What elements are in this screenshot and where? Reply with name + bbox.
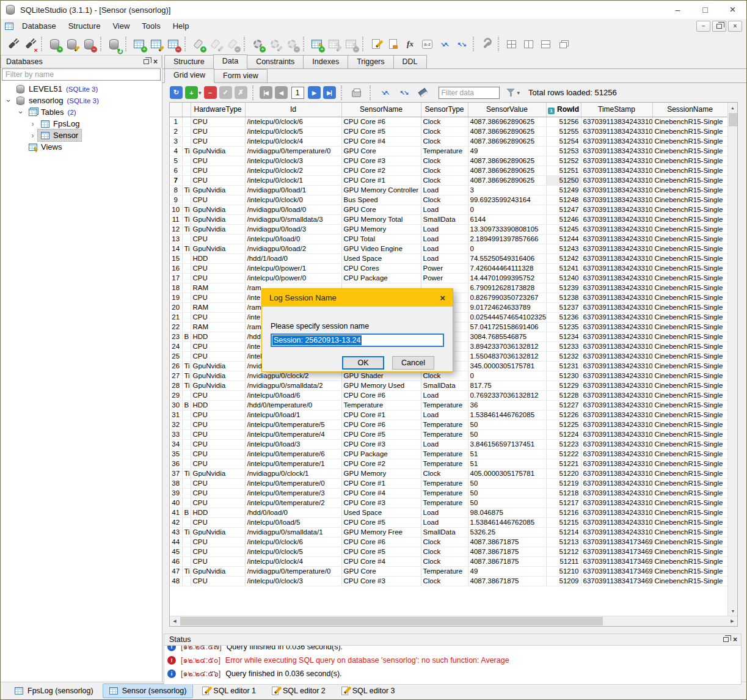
collations-editor-button[interactable]: a-z [419, 36, 435, 53]
row-number[interactable]: 16 [170, 263, 182, 273]
cell[interactable]: CPU Core #1 [341, 410, 421, 420]
cell[interactable]: CinebenchR15-Single [652, 576, 727, 586]
cell[interactable]: 637039113834243310 [581, 341, 652, 351]
cell[interactable]: Temperature [421, 146, 468, 156]
cell[interactable]: 3 [468, 185, 546, 195]
cell[interactable]: /intelcpu/0/temperature/5 [245, 420, 341, 429]
tab-structure[interactable]: Structure [164, 55, 214, 68]
insert-row-menu-button[interactable]: ▾ [199, 90, 202, 96]
cell[interactable]: Ti [182, 205, 191, 214]
cell[interactable]: 637039113834243310 [581, 478, 652, 488]
cell[interactable]: RAM [191, 322, 245, 332]
new-trigger-button[interactable]: + [249, 36, 266, 53]
cell[interactable]: CPU [191, 429, 245, 439]
cell[interactable]: GPU Memory Controller [341, 185, 421, 195]
cell[interactable]: 637039113834243310 [581, 381, 652, 390]
cell[interactable]: GpuNvidia [191, 381, 245, 390]
cell[interactable] [182, 547, 191, 556]
cell[interactable] [182, 410, 191, 420]
edit-table-button[interactable] [148, 36, 164, 53]
cell[interactable]: 4087.386962890625 [468, 126, 546, 136]
fit-columns-button[interactable] [377, 84, 393, 101]
cell[interactable]: Clock [421, 117, 468, 126]
cell[interactable]: 3.8942337036132812 [468, 341, 546, 351]
cell[interactable]: /intelcpu/0/clock/2 [245, 166, 341, 175]
cell[interactable]: GpuNvidia [191, 244, 245, 253]
cell[interactable]: 51 [468, 459, 546, 468]
cell[interactable]: GpuNvidia [191, 361, 245, 371]
cell[interactable]: 637039113834173469 [581, 556, 652, 566]
cell[interactable]: CPU [191, 263, 245, 273]
cell[interactable]: CinebenchR15-Single [652, 253, 727, 263]
cell[interactable]: 51224 [546, 429, 581, 439]
cell[interactable]: 99.6923599243164 [468, 195, 546, 205]
cell[interactable]: GpuNvidia [191, 205, 245, 214]
cell[interactable]: CinebenchR15-Single [652, 332, 727, 341]
cell[interactable]: 3.846156597137451 [468, 439, 546, 449]
cell[interactable]: /intelcpu/0/temperature/2 [245, 498, 341, 508]
row-number[interactable]: 31 [170, 410, 182, 420]
cell[interactable] [182, 322, 191, 332]
row-number[interactable]: 18 [170, 283, 182, 293]
new-index-button[interactable]: + [190, 36, 206, 53]
cell[interactable]: /nvidiagpu/0/smalldata/3 [245, 214, 341, 224]
tab-grid-view[interactable]: Grid view [164, 68, 214, 83]
cell[interactable]: /hdd/1/load/0 [245, 253, 341, 263]
cell[interactable]: Clock [421, 195, 468, 205]
cell[interactable]: HDD [191, 332, 245, 341]
cell[interactable]: 51 [468, 449, 546, 459]
cell[interactable]: Clock [421, 371, 468, 381]
cell[interactable]: Temperature [421, 488, 468, 498]
cell[interactable]: 51247 [546, 205, 581, 214]
collapse-windows-button[interactable] [436, 36, 453, 53]
cell[interactable]: 51233 [546, 341, 581, 351]
taskbar-tab-fpslog-sensorlog-[interactable]: FpsLog (sensorlog) [8, 684, 100, 698]
column-header-sessionname[interactable]: SessionName [652, 103, 727, 117]
cell[interactable]: CinebenchR15-Single [652, 156, 727, 166]
cell[interactable]: 51221 [546, 459, 581, 468]
cell[interactable]: Temperature [421, 459, 468, 468]
taskbar-tab-sensor-sensorlog-[interactable]: Sensor (sensorlog) [103, 684, 194, 698]
cell[interactable]: 4087.38671875 [468, 537, 546, 547]
cell[interactable]: 637039113834243310 [581, 429, 652, 439]
cell[interactable]: /intelcpu/0/load/3 [245, 439, 341, 449]
cell[interactable]: CPU Core #2 [341, 166, 421, 175]
cell[interactable]: 4087.386962890625 [468, 117, 546, 126]
cell[interactable]: 50 [468, 488, 546, 498]
cell[interactable] [182, 234, 191, 244]
cell[interactable]: CPU Cores [341, 263, 421, 273]
cell[interactable]: 0 [468, 371, 546, 381]
cell[interactable]: /intelcpu/0/load/5 [245, 517, 341, 527]
row-number[interactable]: 2 [170, 126, 182, 136]
row-number[interactable]: 35 [170, 449, 182, 459]
cell[interactable]: 51213 [546, 537, 581, 547]
cell[interactable]: CPU [191, 234, 245, 244]
cell[interactable]: CinebenchR15-Single [652, 185, 727, 195]
column-header-rowid[interactable]: 1RowId [546, 103, 581, 117]
tree-item-level51[interactable]: LEVEL51(SQLite 3) [1, 83, 162, 95]
cell[interactable] [182, 293, 191, 302]
cell[interactable]: 50 [468, 478, 546, 488]
cell[interactable]: 637039113834243310 [581, 195, 652, 205]
cell[interactable]: 4087.38671875 [468, 576, 546, 586]
cell[interactable]: CinebenchR15-Single [652, 468, 727, 478]
refresh-schema-button[interactable]: ↻ [106, 36, 122, 53]
tree-expander-icon[interactable]: › [4, 95, 13, 106]
cell[interactable] [182, 537, 191, 547]
row-number[interactable]: 45 [170, 547, 182, 556]
row-number[interactable]: 7 [170, 175, 182, 185]
windows-tile-vertical-button[interactable] [520, 36, 537, 53]
cell[interactable]: Ti [182, 566, 191, 576]
cell[interactable]: CPU Core #6 [341, 537, 421, 547]
cell[interactable]: /nvidiagpu/0/temperature/0 [245, 566, 341, 576]
cell[interactable] [182, 136, 191, 146]
cell[interactable] [182, 253, 191, 263]
cell[interactable]: CinebenchR15-Single [652, 302, 727, 312]
cell[interactable]: 637039113834243310 [581, 332, 652, 341]
insert-row-button[interactable]: + [185, 86, 198, 99]
cell[interactable]: CPU [191, 351, 245, 361]
cell[interactable]: Temperature [421, 420, 468, 429]
mdi-restore-button[interactable] [712, 21, 726, 32]
row-number[interactable]: 36 [170, 459, 182, 468]
cell[interactable]: 637039113834173469 [581, 566, 652, 576]
